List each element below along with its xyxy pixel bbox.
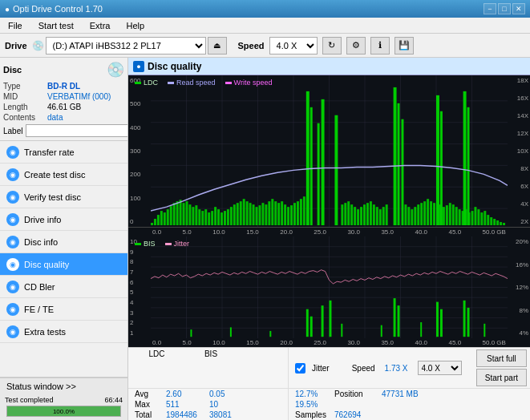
legend-read-speed-label: Read speed <box>176 79 216 87</box>
avg-jitter-row: 12.7% Position 47731 MB <box>295 389 524 399</box>
avg-label: Avg <box>135 390 163 398</box>
drive-select[interactable]: (D:) ATAPI iHBS312 2 PL17 <box>46 37 206 55</box>
max-ldc: 511 <box>166 400 206 409</box>
legend-jitter-dot <box>165 243 172 245</box>
menu-bar: File Start test Extra Help <box>0 18 530 34</box>
svg-rect-146 <box>398 305 400 337</box>
sidebar-item-extra-tests[interactable]: ◉ Extra tests <box>0 321 127 343</box>
svg-rect-89 <box>411 209 413 225</box>
menu-start-test[interactable]: Start test <box>34 19 79 32</box>
speed-select[interactable]: 4.0 X <box>269 37 318 55</box>
samples-row: Samples 762694 <box>295 410 524 420</box>
jitter-position-data: 12.7% Position 47731 MB 19.5% Samples 76… <box>289 389 530 420</box>
avg-row: Avg 2.60 0.05 <box>128 389 288 399</box>
svg-rect-55 <box>261 203 264 225</box>
sidebar-item-verify-test-disc[interactable]: ◉ Verify test disc <box>0 186 127 208</box>
svg-rect-92 <box>420 203 423 225</box>
svg-rect-39 <box>227 209 229 225</box>
eject-button[interactable]: ⏏ <box>208 37 227 55</box>
max-bis: 10 <box>209 400 241 409</box>
sidebar-item-transfer-rate[interactable]: ◉ Transfer rate <box>0 141 127 164</box>
jitter-checkbox[interactable] <box>295 363 305 374</box>
legend-ldc-dot <box>135 82 141 84</box>
chart-bottom-y-right: 20% 16% 12% 8% 4% <box>508 236 530 338</box>
svg-rect-82 <box>382 207 385 225</box>
svg-rect-115 <box>480 212 483 225</box>
chart-bottom-legend: BIS Jitter <box>135 240 189 248</box>
svg-rect-122 <box>503 223 505 225</box>
panel-title: Disc quality <box>148 61 201 72</box>
sidebar-item-create-test-disc[interactable]: ◉ Create test disc <box>0 164 127 186</box>
total-bis: 38081 <box>209 410 241 419</box>
svg-rect-150 <box>467 308 470 337</box>
info-button[interactable]: ℹ <box>370 37 390 55</box>
start-buttons: Start full Start part <box>473 348 530 388</box>
svg-rect-34 <box>211 211 213 225</box>
main-layout: Disc 💿 Type BD-R DL MID VERBATIMf (000) … <box>0 58 530 420</box>
svg-rect-57 <box>268 201 270 225</box>
speed-dropdown[interactable]: 4.0 X <box>418 361 462 375</box>
svg-rect-38 <box>224 211 226 225</box>
svg-rect-18 <box>160 211 163 225</box>
samples-value: 762694 <box>334 410 361 419</box>
sidebar-label-transfer-rate: Transfer rate <box>24 147 75 157</box>
title-bar: ● Opti Drive Control 1.70 − □ ✕ <box>0 0 530 18</box>
sidebar-item-disc-info[interactable]: ◉ Disc info <box>0 231 127 253</box>
svg-rect-26 <box>186 201 188 225</box>
svg-rect-96 <box>433 203 435 225</box>
close-button[interactable]: ✕ <box>512 3 525 14</box>
disc-quality-icon: ◉ <box>6 258 19 271</box>
minimize-button[interactable]: − <box>483 3 496 14</box>
disc-label-input[interactable] <box>26 124 128 137</box>
status-window-button[interactable]: Status window >> <box>0 378 127 394</box>
svg-rect-47 <box>310 107 313 225</box>
title-bar-controls: − □ ✕ <box>483 3 525 14</box>
menu-extra[interactable]: Extra <box>85 19 115 32</box>
menu-help[interactable]: Help <box>121 19 149 32</box>
svg-rect-103 <box>440 111 443 225</box>
maximize-button[interactable]: □ <box>498 3 511 14</box>
svg-rect-69 <box>341 204 343 225</box>
disc-icon: 💿 <box>107 61 124 79</box>
sidebar-label-verify-test-disc: Verify test disc <box>24 192 81 202</box>
avg-ldc: 2.60 <box>166 390 206 398</box>
save-button[interactable]: 💾 <box>394 37 414 55</box>
sidebar: Disc 💿 Type BD-R DL MID VERBATIMf (000) … <box>0 58 128 420</box>
svg-rect-28 <box>192 207 194 225</box>
drive-bar: Drive 💿 (D:) ATAPI iHBS312 2 PL17 ⏏ Spee… <box>0 34 530 58</box>
speed-value-display: 1.73 X <box>385 364 408 373</box>
svg-rect-42 <box>237 203 239 225</box>
chart-bottom: BIS Jitter 10 9 8 7 6 5 4 3 <box>128 236 530 338</box>
sidebar-item-disc-quality[interactable]: ◉ Disc quality <box>0 253 127 276</box>
drive-label: Drive <box>5 41 27 50</box>
refresh-button[interactable]: ↻ <box>322 37 342 55</box>
legend-bis-label: BIS <box>144 240 156 248</box>
svg-rect-119 <box>493 219 496 225</box>
svg-rect-43 <box>240 201 242 225</box>
sidebar-item-fe-te[interactable]: ◉ FE / TE <box>0 298 127 321</box>
sidebar-item-cd-bler[interactable]: ◉ CD Bler <box>0 276 127 298</box>
title-bar-left: ● Opti Drive Control 1.70 <box>5 4 103 14</box>
cd-bler-icon: ◉ <box>6 281 19 293</box>
menu-file[interactable]: File <box>3 19 27 32</box>
sidebar-item-drive-info[interactable]: ◉ Drive info <box>0 208 127 231</box>
start-part-button[interactable]: Start part <box>476 369 527 386</box>
svg-rect-86 <box>401 119 403 225</box>
content-area: ● Disc quality LDC Read speed <box>128 58 530 420</box>
start-full-button[interactable]: Start full <box>476 349 527 367</box>
sidebar-label-disc-info: Disc info <box>24 237 58 247</box>
svg-rect-40 <box>230 207 233 225</box>
svg-rect-73 <box>354 207 356 225</box>
svg-rect-84 <box>394 87 397 225</box>
svg-rect-155 <box>381 325 382 337</box>
chart-bottom-svg <box>151 236 508 338</box>
status-progress-text: 100.0% <box>7 406 120 416</box>
config-button[interactable]: ⚙ <box>346 37 366 55</box>
svg-rect-102 <box>436 95 439 225</box>
disc-length-label: Length <box>3 103 47 111</box>
svg-rect-62 <box>284 204 286 225</box>
svg-rect-85 <box>398 103 400 225</box>
svg-rect-20 <box>167 209 169 225</box>
chart-top-y-right: 18X 16X 14X 12X 10X 8X 6X 4X 2X <box>508 75 530 227</box>
svg-rect-91 <box>417 204 419 225</box>
